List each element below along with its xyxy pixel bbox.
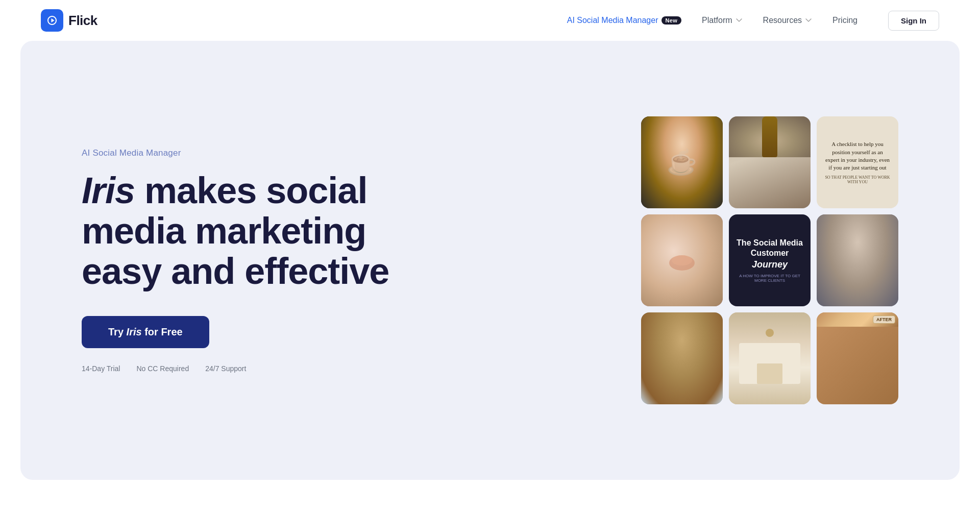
grid-cell-8: [729, 312, 811, 404]
grid-cell-2: [729, 116, 811, 208]
grid-cell-7: [641, 312, 723, 404]
hero-subtitle: AI Social Media Manager: [82, 148, 408, 158]
hero-left: AI Social Media Manager Iris makes socia…: [82, 148, 429, 373]
hero-right: A checklist to help you position yoursel…: [429, 116, 898, 404]
social-journey-text: The Social Media Customer Journey: [736, 238, 803, 271]
new-badge: New: [662, 16, 682, 25]
navigation: Flick AI Social Media Manager New Platfo…: [0, 0, 980, 41]
nav-resources[interactable]: Resources: [763, 16, 812, 25]
hero-section: AI Social Media Manager Iris makes socia…: [20, 41, 960, 480]
logo-icon: [41, 9, 63, 32]
svg-point-1: [672, 255, 692, 265]
grid-cell-9: AFTER: [817, 312, 898, 404]
svg-point-4: [766, 329, 774, 337]
brand-name: Flick: [68, 13, 97, 29]
barista-photo: [641, 116, 723, 208]
svg-rect-3: [757, 363, 782, 384]
grid-cell-4: [641, 214, 723, 306]
grid-cell-3: A checklist to help you position yoursel…: [817, 116, 898, 208]
eyelash-decoration: [662, 240, 702, 281]
nav-platform[interactable]: Platform: [702, 16, 743, 25]
chevron-down-icon: [736, 17, 743, 24]
meta-support: 24/7 Support: [205, 364, 246, 373]
grid-cell-6: [817, 214, 898, 306]
nav-pricing[interactable]: Pricing: [832, 16, 857, 25]
checklist-subtext: SO THAT PEOPLE WANT TO WORK WITH YOU: [825, 175, 890, 184]
eyelash-photo: [641, 214, 723, 306]
checklist-text: A checklist to help you position yoursel…: [825, 140, 890, 172]
sign-in-button[interactable]: Sign In: [888, 11, 939, 31]
after-badge: AFTER: [873, 315, 895, 324]
meta-trial: 14-Day Trial: [82, 364, 120, 373]
woman-pose-photo: [817, 214, 898, 306]
flick-logo-svg: [45, 14, 59, 27]
nav-ai-social-media-manager[interactable]: AI Social Media Manager New: [567, 16, 681, 25]
cta-button[interactable]: Try Iris for Free: [82, 316, 209, 348]
meta-cc: No CC Required: [136, 364, 189, 373]
grid-cell-5: The Social Media Customer Journey A HOW …: [729, 214, 811, 306]
bottle-shape: [762, 116, 777, 157]
nav-links: AI Social Media Manager New Platform Res…: [567, 16, 857, 25]
cartoon-after-photo: AFTER: [817, 312, 898, 327]
interior-decoration: [729, 312, 811, 404]
interior-photo: [729, 312, 811, 404]
hero-title: Iris makes social media marketing easy a…: [82, 171, 408, 292]
image-grid: A checklist to help you position yoursel…: [641, 116, 898, 404]
woman-curly-photo: [641, 312, 723, 404]
social-journey-subtext: A HOW TO IMPROVE IT TO GET MORE CLIENTS: [736, 274, 803, 283]
iris-italic: Iris: [82, 170, 135, 211]
chevron-down-icon-2: [805, 17, 812, 24]
cta-meta: 14-Day Trial No CC Required 24/7 Support: [82, 364, 408, 373]
bottle-photo: [729, 116, 811, 157]
logo-area[interactable]: Flick: [41, 9, 97, 32]
grid-cell-1: [641, 116, 723, 208]
